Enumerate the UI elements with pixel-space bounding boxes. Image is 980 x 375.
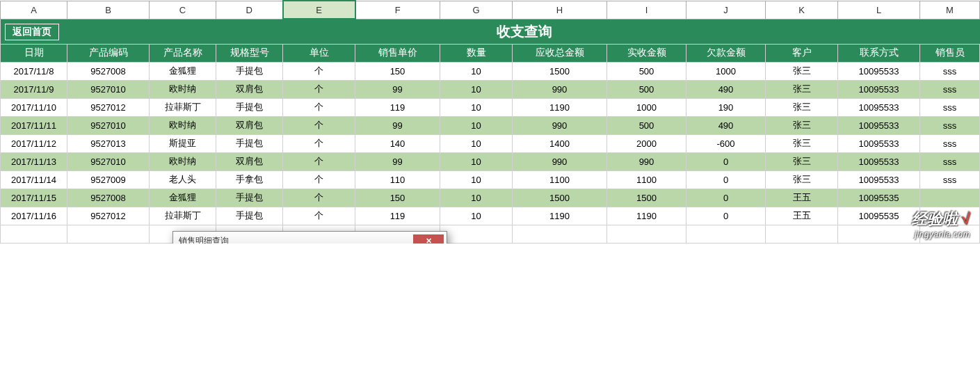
cell[interactable]: 张三	[766, 116, 838, 134]
cell[interactable]: 10	[440, 98, 513, 116]
col-header-L[interactable]: L	[838, 1, 920, 19]
cell[interactable]: 10	[440, 134, 513, 152]
cell[interactable]: 1500	[513, 189, 607, 207]
cell[interactable]: 0	[686, 170, 766, 189]
cell[interactable]: 手提包	[216, 134, 283, 152]
cell[interactable]: 990	[607, 152, 686, 170]
col-header-A[interactable]: A	[1, 1, 67, 19]
cell[interactable]	[440, 225, 513, 243]
cell[interactable]: 手提包	[216, 207, 283, 225]
cell[interactable]: 1190	[607, 207, 686, 225]
cell[interactable]: 张三	[766, 62, 838, 80]
back-button[interactable]: 返回首页	[5, 24, 59, 40]
cell[interactable]: 0	[686, 207, 766, 225]
cell[interactable]: 个	[283, 134, 355, 152]
cell[interactable]: 119	[355, 98, 440, 116]
cell[interactable]: 金狐狸	[150, 62, 216, 80]
col-header-J[interactable]: J	[686, 1, 766, 19]
cell[interactable]: 10095533	[838, 170, 920, 189]
cell[interactable]: 2017/11/13	[1, 152, 67, 170]
cell[interactable]: 990	[513, 152, 607, 170]
col-header-D[interactable]: D	[216, 1, 283, 19]
cell[interactable]	[513, 225, 607, 243]
header-cell[interactable]: 单位	[283, 44, 355, 62]
cell[interactable]: 拉菲斯丁	[150, 98, 216, 116]
cell[interactable]: 老人头	[150, 170, 216, 189]
cell[interactable]: 9527009	[67, 170, 150, 189]
header-cell[interactable]: 联系方式	[838, 44, 920, 62]
col-header-M[interactable]: M	[920, 1, 980, 19]
col-header-G[interactable]: G	[440, 1, 513, 19]
cell[interactable]: 500	[607, 80, 686, 98]
cell[interactable]: 双肩包	[216, 80, 283, 98]
cell[interactable]: 9527012	[67, 207, 150, 225]
cell[interactable]: 190	[686, 98, 766, 116]
cell[interactable]: 10095533	[838, 62, 920, 80]
cell[interactable]: 2017/11/14	[1, 170, 67, 189]
cell[interactable]: 欧时纳	[150, 80, 216, 98]
col-header-B[interactable]: B	[67, 1, 150, 19]
cell[interactable]: 10	[440, 62, 513, 80]
cell[interactable]: 个	[283, 62, 355, 80]
cell[interactable]: 9527008	[67, 62, 150, 80]
cell[interactable]: sss	[920, 62, 980, 80]
header-cell[interactable]: 欠款金额	[686, 44, 766, 62]
cell[interactable]	[1, 225, 67, 243]
cell[interactable]: 双肩包	[216, 116, 283, 134]
cell[interactable]: 9527013	[67, 134, 150, 152]
cell[interactable]: 欧时纳	[150, 152, 216, 170]
col-header-F[interactable]: F	[355, 1, 440, 19]
header-cell[interactable]: 应收总金额	[513, 44, 607, 62]
cell[interactable]: 110	[355, 170, 440, 189]
cell[interactable]: 1400	[513, 134, 607, 152]
cell[interactable]: 手提包	[216, 98, 283, 116]
cell[interactable]: 个	[283, 207, 355, 225]
cell[interactable]: 拉菲斯丁	[150, 207, 216, 225]
cell[interactable]	[67, 225, 150, 243]
cell[interactable]: 王五	[766, 207, 838, 225]
cell[interactable]: 990	[513, 116, 607, 134]
cell[interactable]: 10095533	[838, 80, 920, 98]
col-header-H[interactable]: H	[513, 1, 607, 19]
cell[interactable]: 500	[607, 116, 686, 134]
cell[interactable]: 1000	[686, 62, 766, 80]
cell[interactable]	[920, 189, 980, 207]
col-header-K[interactable]: K	[766, 1, 838, 19]
cell[interactable]: sss	[920, 134, 980, 152]
cell[interactable]: 双肩包	[216, 152, 283, 170]
cell[interactable]: sss	[920, 152, 980, 170]
dialog-titlebar[interactable]: 销售明细查询 ✕	[173, 232, 447, 244]
cell[interactable]: 1100	[607, 170, 686, 189]
close-icon[interactable]: ✕	[413, 234, 444, 244]
header-cell[interactable]: 销售单价	[355, 44, 440, 62]
cell[interactable]: 9527008	[67, 189, 150, 207]
cell[interactable]: 个	[283, 170, 355, 189]
cell[interactable]: 张三	[766, 170, 838, 189]
header-cell[interactable]: 销售员	[920, 44, 980, 62]
cell[interactable]: 欧时纳	[150, 116, 216, 134]
cell[interactable]: sss	[920, 80, 980, 98]
header-cell[interactable]: 日期	[1, 44, 67, 62]
cell[interactable]	[838, 225, 920, 243]
cell[interactable]: 10095535	[838, 189, 920, 207]
cell[interactable]: 9527010	[67, 80, 150, 98]
cell[interactable]: 张三	[766, 80, 838, 98]
cell[interactable]: 斯提亚	[150, 134, 216, 152]
cell[interactable]	[607, 225, 686, 243]
col-header-C[interactable]: C	[150, 1, 216, 19]
cell[interactable]: 1190	[513, 98, 607, 116]
cell[interactable]: 10	[440, 170, 513, 189]
cell[interactable]: 个	[283, 98, 355, 116]
cell[interactable]: 490	[686, 116, 766, 134]
col-header-E[interactable]: E	[283, 1, 355, 19]
cell[interactable]: 张三	[766, 152, 838, 170]
header-cell[interactable]: 数量	[440, 44, 513, 62]
cell[interactable]: 140	[355, 134, 440, 152]
header-cell[interactable]: 产品编码	[67, 44, 150, 62]
cell[interactable]: 1190	[513, 207, 607, 225]
cell[interactable]: 个	[283, 116, 355, 134]
cell[interactable]: 2017/11/16	[1, 207, 67, 225]
header-cell[interactable]: 规格型号	[216, 44, 283, 62]
cell[interactable]: sss	[920, 98, 980, 116]
cell[interactable]: 10	[440, 80, 513, 98]
